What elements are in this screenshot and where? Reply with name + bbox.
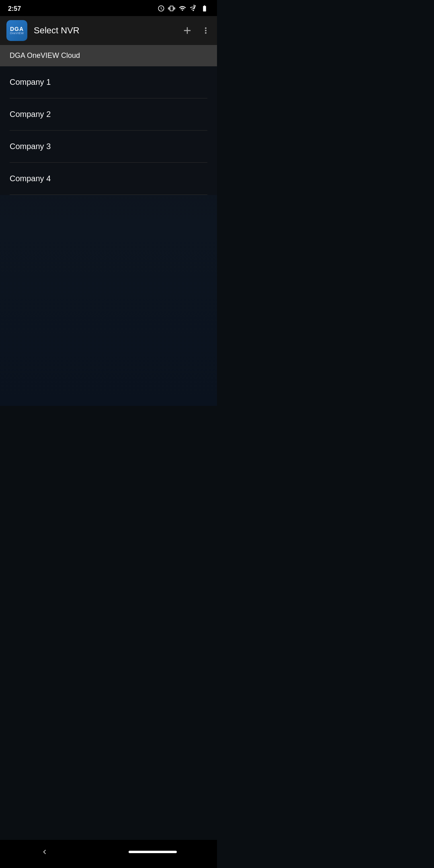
- list-item[interactable]: Company 1: [0, 66, 217, 98]
- divider: [10, 194, 207, 195]
- app-bar-actions: [182, 25, 211, 36]
- company-name: Company 1: [10, 78, 51, 86]
- alarm-icon: [158, 5, 165, 13]
- list-item[interactable]: Company 2: [0, 98, 217, 130]
- battery-icon: [200, 5, 209, 13]
- company-name: Company 3: [10, 142, 51, 151]
- section-header: DGA OneVIEW Cloud: [0, 45, 217, 66]
- status-time: 2:57: [8, 5, 21, 12]
- logo-oneview-text: OneVIEW: [10, 32, 24, 35]
- company-name: Company 2: [10, 110, 51, 119]
- logo-dga-text: DGA: [10, 26, 24, 32]
- add-button[interactable]: [182, 25, 193, 36]
- section-header-text: DGA OneVIEW Cloud: [10, 51, 80, 59]
- app-title: Select NVR: [34, 25, 182, 36]
- vibrate-icon: [168, 5, 175, 13]
- status-icons: [158, 5, 209, 13]
- signal-icon: [190, 5, 197, 13]
- list-item[interactable]: Company 4: [0, 163, 217, 194]
- company-list: Company 1 Company 2 Company 3 Company 4: [0, 66, 217, 195]
- status-bar: 2:57: [0, 0, 217, 16]
- company-name: Company 4: [10, 174, 51, 183]
- app-bar: DGA OneVIEW Select NVR: [0, 16, 217, 45]
- more-options-button[interactable]: [201, 25, 211, 36]
- main-content: DGA OneVIEW Cloud Company 1 Company 2 Co…: [0, 45, 217, 406]
- wifi-icon: [178, 5, 186, 13]
- list-item[interactable]: Company 3: [0, 131, 217, 162]
- app-logo: DGA OneVIEW: [6, 20, 27, 41]
